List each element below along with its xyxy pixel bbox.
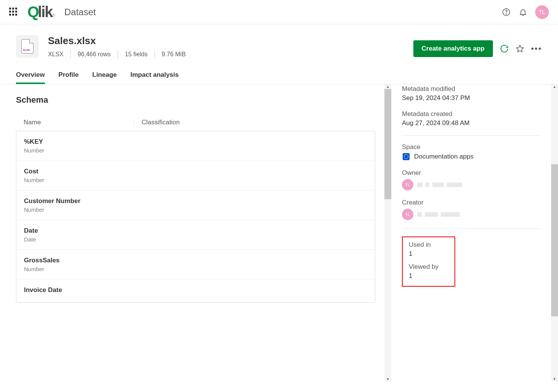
schema-row[interactable]: GrossSales Number — [16, 250, 375, 279]
creator-label: Creator — [402, 199, 540, 206]
column-classification-header: Classification — [134, 119, 180, 126]
schema-heading: Schema — [16, 95, 375, 105]
schema-row[interactable]: Cost Number — [16, 161, 375, 190]
qlik-logo[interactable]: Qlik® — [27, 3, 55, 21]
schema-row[interactable]: %KEY Number — [16, 131, 375, 161]
divider — [402, 229, 540, 229]
dataset-meta: XLSX 96,466 rows 15 fields 9.76 MiB — [48, 50, 193, 59]
field-name: Invoice Date — [24, 286, 367, 294]
logo-q: Q — [27, 3, 39, 21]
scrollbar-main[interactable]: ▲ ▼ — [384, 84, 391, 381]
metadata-modified-label: Metadata modified — [402, 85, 540, 93]
top-nav: Qlik® Dataset TL — [0, 0, 558, 24]
field-name: Date — [24, 227, 367, 235]
metadata-created-label: Metadata created — [402, 110, 540, 118]
space-label: Space — [402, 143, 540, 151]
refresh-icon[interactable] — [500, 44, 509, 53]
schema-panel: Schema Name Classification %KEY Number C… — [0, 84, 391, 313]
svg-point-1 — [506, 13, 506, 14]
field-name: Customer Number — [24, 197, 367, 205]
usage-highlight: Used in 1 Viewed by 1 — [402, 236, 455, 287]
space-icon — [402, 152, 410, 161]
more-actions-icon[interactable]: ••• — [531, 44, 542, 54]
content: Schema Name Classification %KEY Number C… — [0, 84, 558, 381]
tab-lineage[interactable]: Lineage — [92, 71, 117, 84]
viewed-by-value: 1 — [409, 272, 448, 280]
file-type: XLSX — [48, 51, 70, 58]
svg-rect-3 — [403, 153, 410, 160]
field-type: Date — [24, 236, 367, 243]
field-count: 15 fields — [118, 51, 155, 58]
schema-row[interactable]: Invoice Date — [16, 279, 375, 302]
scroll-up-icon[interactable]: ▲ — [551, 84, 558, 89]
owner-avatar: TL — [402, 179, 413, 190]
creator-name-redacted — [417, 212, 460, 217]
scrollbar-side[interactable]: ▲ ▼ — [551, 84, 558, 381]
field-name: Cost — [24, 168, 367, 175]
favorite-icon[interactable] — [516, 44, 524, 53]
scroll-down-icon[interactable]: ▼ — [384, 377, 391, 381]
used-in-value: 1 — [409, 250, 448, 258]
metadata-created-value: Aug 27, 2024 09:48 AM — [402, 119, 540, 127]
help-icon[interactable] — [502, 8, 511, 17]
owner-row: TL — [402, 179, 540, 190]
row-count: 96,466 rows — [71, 51, 118, 58]
field-type: Number — [24, 177, 367, 183]
scroll-up-icon[interactable]: ▲ — [384, 84, 391, 89]
dataset-header: XLSX Sales.xlsx XLSX 96,466 rows 15 fiel… — [0, 24, 558, 59]
scroll-thumb[interactable] — [551, 164, 558, 316]
column-name-header: Name — [24, 119, 134, 126]
app-launcher-icon[interactable] — [9, 8, 18, 17]
user-avatar[interactable]: TL — [535, 5, 549, 19]
field-type: Number — [24, 147, 367, 154]
viewed-by-label: Viewed by — [409, 263, 448, 271]
metadata-modified-value: Sep 19, 2024 04:37 PM — [402, 94, 540, 102]
space-name: Documentation apps — [414, 153, 474, 160]
divider — [402, 135, 540, 136]
tab-impact[interactable]: Impact analysis — [131, 71, 179, 84]
logo-lik: lik — [38, 3, 52, 21]
file-size: 9.76 MiB — [155, 51, 193, 58]
space-link[interactable]: Documentation apps — [402, 152, 540, 161]
schema-row[interactable]: Date Date — [16, 220, 375, 250]
scroll-thumb[interactable] — [384, 89, 391, 199]
file-type-icon: XLSX — [16, 35, 39, 58]
tabs: Overview Profile Lineage Impact analysis — [0, 59, 558, 84]
field-name: %KEY — [24, 138, 367, 146]
create-analytics-app-button[interactable]: Create analytics app — [413, 40, 493, 57]
field-name: GrossSales — [24, 257, 367, 264]
field-type: Number — [24, 266, 367, 272]
creator-row: TL — [402, 209, 540, 220]
schema-table-header: Name Classification — [16, 114, 375, 131]
notifications-icon[interactable] — [518, 8, 528, 17]
tab-overview[interactable]: Overview — [16, 71, 45, 84]
dataset-title: Sales.xlsx — [48, 35, 193, 47]
owner-label: Owner — [402, 169, 540, 177]
scroll-down-icon[interactable]: ▼ — [551, 377, 558, 381]
svg-marker-2 — [517, 45, 523, 52]
breadcrumb: Dataset — [64, 7, 96, 17]
schema-table-body: %KEY Number Cost Number Customer Number … — [16, 131, 375, 303]
creator-avatar: TL — [402, 209, 413, 220]
owner-name-redacted — [417, 183, 462, 187]
tab-profile[interactable]: Profile — [59, 71, 79, 84]
details-panel: Metadata modified Sep 19, 2024 04:37 PM … — [391, 84, 551, 294]
schema-row[interactable]: Customer Number Number — [16, 190, 375, 220]
used-in-label: Used in — [409, 241, 448, 249]
field-type: Number — [24, 206, 367, 213]
